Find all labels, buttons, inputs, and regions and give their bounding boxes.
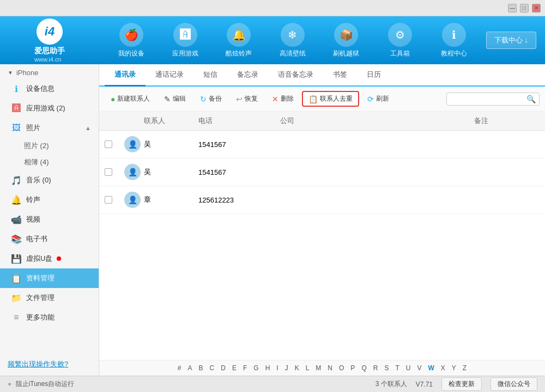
edit-button[interactable]: ✎ 编辑 bbox=[158, 91, 192, 106]
alpha-letter[interactable]: B bbox=[197, 364, 205, 372]
alpha-letter[interactable]: J bbox=[283, 364, 290, 372]
sidebar-item-music[interactable]: 🎵 音乐 (0) bbox=[0, 170, 99, 190]
toolbox-icon: ⚙ bbox=[388, 23, 412, 47]
header-check bbox=[105, 116, 124, 126]
tab-calendar[interactable]: 日历 bbox=[357, 64, 391, 87]
alpha-letter[interactable]: Y bbox=[450, 364, 458, 372]
main: ▼ iPhone ℹ 设备信息 🅰 应用游戏 (2) 🖼 照片 ▲ 照片 (2)… bbox=[0, 64, 545, 376]
nav-ringtone[interactable]: 🔔 酷炫铃声 bbox=[222, 23, 255, 58]
alpha-letter[interactable]: N bbox=[326, 364, 334, 372]
wallpaper-icon: ❄ bbox=[281, 23, 305, 47]
app-game-icon: 🅰 bbox=[173, 23, 197, 47]
tabs-bar: 通讯录 通话记录 短信 备忘录 语音备忘录 书签 日历 bbox=[99, 64, 545, 87]
restore-button[interactable]: ↩ 恢复 bbox=[230, 91, 264, 106]
alpha-letter[interactable]: K bbox=[293, 364, 301, 372]
backup-button[interactable]: ↻ 备份 bbox=[194, 91, 228, 106]
delete-button[interactable]: ✕ 删除 bbox=[266, 91, 300, 106]
sidebar-item-device-info[interactable]: ℹ 设备信息 bbox=[0, 79, 99, 99]
alpha-letter[interactable]: A bbox=[186, 364, 194, 372]
alpha-letter[interactable]: T bbox=[393, 364, 401, 372]
sidebar-item-data-mgr[interactable]: 📋 资料管理 bbox=[0, 268, 99, 288]
ringtone-sidebar-icon: 🔔 bbox=[11, 194, 22, 205]
search-input[interactable] bbox=[450, 95, 526, 103]
sidebar-item-more[interactable]: ≡ 更多功能 bbox=[0, 308, 99, 327]
nav-app-game[interactable]: 🅰 应用游戏 bbox=[169, 23, 202, 58]
wechat-official-button[interactable]: 微信公众号 bbox=[491, 377, 537, 391]
alpha-letter[interactable]: I bbox=[275, 364, 280, 372]
sidebar-item-app-game[interactable]: 🅰 应用游戏 (2) bbox=[0, 99, 99, 118]
row1-name: 吴 bbox=[144, 139, 198, 149]
table-row[interactable]: 👤 章 125612223 bbox=[99, 186, 545, 214]
alpha-letter[interactable]: M bbox=[314, 364, 323, 372]
alpha-letter[interactable]: S bbox=[383, 364, 390, 372]
table-row[interactable]: 👤 吴 1541567 bbox=[99, 158, 545, 186]
alpha-letter[interactable]: P bbox=[349, 364, 356, 372]
sidebar: ▼ iPhone ℹ 设备信息 🅰 应用游戏 (2) 🖼 照片 ▲ 照片 (2)… bbox=[0, 64, 99, 376]
sidebar-item-ringtone[interactable]: 🔔 铃声 bbox=[0, 190, 99, 210]
sidebar-subitem-album[interactable]: 相簿 (4) bbox=[0, 154, 99, 170]
minimize-button[interactable]: — bbox=[508, 4, 517, 13]
close-button[interactable]: ✕ bbox=[532, 4, 541, 13]
contact-count: 3 个联系人 bbox=[376, 379, 407, 389]
video-icon: 📹 bbox=[11, 214, 22, 225]
status-bar: ● 阻止iTunes自动运行 3 个联系人 V7.71 检查更新 微信公众号 bbox=[0, 376, 545, 392]
alpha-letter[interactable]: O bbox=[337, 364, 346, 372]
row3-avatar: 👤 bbox=[124, 192, 144, 208]
sidebar-item-ebook[interactable]: 📚 电子书 bbox=[0, 229, 99, 249]
nav-toolbox[interactable]: ⚙ 工具箱 bbox=[384, 23, 416, 58]
edit-icon: ✎ bbox=[164, 95, 171, 103]
tab-sms[interactable]: 短信 bbox=[193, 64, 227, 87]
alpha-letter[interactable]: X bbox=[439, 364, 447, 372]
ebook-icon: 📚 bbox=[11, 234, 22, 244]
sidebar-item-file-mgr[interactable]: 📁 文件管理 bbox=[0, 288, 99, 308]
alpha-letter[interactable]: # bbox=[176, 364, 183, 372]
refresh-button[interactable]: ⟳ 刷新 bbox=[361, 91, 395, 106]
tab-voice-memo[interactable]: 语音备忘录 bbox=[268, 64, 323, 87]
alpha-letter[interactable]: E bbox=[231, 364, 238, 372]
sidebar-item-photos[interactable]: 🖼 照片 ▲ bbox=[0, 118, 99, 138]
tab-contacts[interactable]: 通讯录 bbox=[105, 64, 146, 87]
maximize-button[interactable]: □ bbox=[520, 4, 529, 13]
tab-call-log[interactable]: 通话记录 bbox=[146, 64, 193, 87]
add-icon: ● bbox=[111, 95, 115, 103]
check-update-button[interactable]: 检查更新 bbox=[441, 377, 482, 391]
udisk-badge bbox=[57, 256, 61, 261]
row1-check[interactable] bbox=[105, 140, 124, 148]
alpha-letter[interactable]: D bbox=[219, 364, 227, 372]
sidebar-item-udisk[interactable]: 💾 虚拟U盘 bbox=[0, 249, 99, 268]
alpha-letter[interactable]: Q bbox=[360, 364, 368, 372]
row1-avatar: 👤 bbox=[124, 136, 144, 152]
alpha-letter[interactable]: V bbox=[415, 364, 423, 372]
row2-check[interactable] bbox=[105, 168, 124, 176]
nav-jailbreak[interactable]: 📦 刷机越狱 bbox=[330, 23, 362, 58]
header-phone: 电话 bbox=[198, 116, 280, 126]
tab-bookmark[interactable]: 书签 bbox=[323, 64, 357, 87]
dedup-button[interactable]: 📋 联系人去重 bbox=[302, 91, 359, 107]
contact-table: 👤 吴 1541567 👤 吴 1541567 👤 章 125612223 bbox=[99, 131, 545, 360]
photos-icon: 🖼 bbox=[11, 122, 22, 133]
alpha-letter[interactable]: W bbox=[426, 364, 435, 372]
nav-my-device[interactable]: 🍎 我的设备 bbox=[115, 23, 148, 58]
alpha-letter[interactable]: Z bbox=[461, 364, 468, 372]
tab-memo[interactable]: 备忘录 bbox=[227, 64, 268, 87]
header: i4 爱思助手 www.i4.cn 🍎 我的设备 🅰 应用游戏 🔔 酷炫铃声 ❄… bbox=[0, 16, 545, 64]
alpha-letter[interactable]: C bbox=[208, 364, 216, 372]
new-contact-button[interactable]: ● 新建联系人 bbox=[105, 91, 156, 106]
alpha-letter[interactable]: U bbox=[404, 364, 413, 372]
alpha-letter[interactable]: H bbox=[264, 364, 272, 372]
tutorial-icon: ℹ bbox=[442, 23, 466, 47]
alpha-letter[interactable]: G bbox=[252, 364, 260, 372]
table-row[interactable]: 👤 吴 1541567 bbox=[99, 131, 545, 158]
nav-tutorial[interactable]: ℹ 教程中心 bbox=[438, 23, 470, 58]
itunes-icon: ● bbox=[8, 380, 11, 388]
alpha-letter[interactable]: L bbox=[304, 364, 311, 372]
sidebar-item-video[interactable]: 📹 视频 bbox=[0, 210, 99, 229]
sidebar-subitem-photos[interactable]: 照片 (2) bbox=[0, 138, 99, 154]
nav-wallpaper[interactable]: ❄ 高清壁纸 bbox=[276, 23, 309, 58]
alpha-letter[interactable]: R bbox=[372, 364, 380, 372]
ringtone-icon: 🔔 bbox=[227, 23, 251, 47]
alpha-letter[interactable]: F bbox=[241, 364, 249, 372]
help-button[interactable]: 频繁出现操作失败? bbox=[8, 360, 68, 368]
row3-check[interactable] bbox=[105, 196, 124, 204]
download-button[interactable]: 下载中心 ↓ bbox=[486, 32, 536, 49]
